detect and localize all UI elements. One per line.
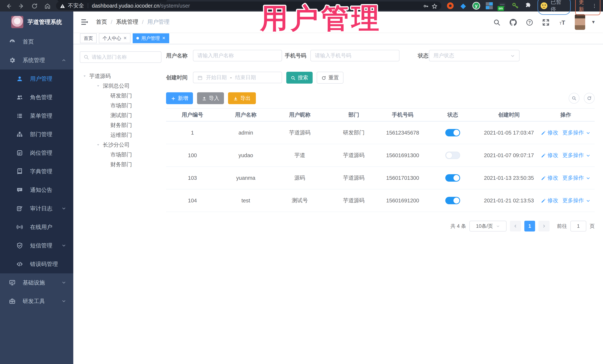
address-bar[interactable]: 不安全 dashboard.yudao.iocoder.cn/system/us…: [56, 1, 441, 10]
extension-grid-icon[interactable]: [485, 2, 493, 10]
tree-node[interactable]: 市场部门: [80, 150, 162, 160]
sidebar-item-menu[interactable]: 菜单管理: [0, 107, 73, 125]
page-url[interactable]: dashboard.yudao.iocoder.cn/system/user: [92, 3, 190, 9]
password-key-icon[interactable]: [423, 2, 429, 9]
font-size-icon[interactable]: TT: [558, 18, 566, 26]
extension-blue-gem-icon[interactable]: ◆: [459, 2, 467, 10]
status-toggle[interactable]: [445, 197, 460, 204]
sidebar-item-dict[interactable]: 字典管理: [0, 162, 73, 181]
help-icon[interactable]: ?: [526, 18, 533, 26]
tree-node[interactable]: 财务部门: [80, 120, 162, 130]
import-button[interactable]: 导入: [197, 92, 224, 104]
browser-update-button[interactable]: 更新 ⋮: [575, 0, 600, 15]
more-actions-link[interactable]: 更多操作: [562, 197, 591, 204]
tree-node[interactable]: 财务部门: [80, 160, 162, 169]
tag-home[interactable]: 首页: [80, 33, 97, 43]
next-page-button[interactable]: [538, 221, 550, 232]
tree-node[interactable]: 研发部门: [80, 91, 162, 101]
prev-page-button[interactable]: [510, 221, 521, 232]
bookmark-star-icon[interactable]: [431, 2, 438, 9]
sidebar-item-system[interactable]: 系统管理: [0, 51, 73, 69]
date-start-placeholder[interactable]: 开始日期: [206, 74, 227, 81]
more-actions-link[interactable]: 更多操作: [562, 129, 591, 136]
tree-caret-icon[interactable]: [96, 84, 100, 88]
extension-green-circle-icon[interactable]: y: [472, 2, 480, 10]
extension-tampermonkey-icon[interactable]: on: [498, 2, 506, 10]
edit-link[interactable]: 修改: [541, 152, 558, 159]
mobile-field[interactable]: [310, 50, 399, 61]
security-label[interactable]: 不安全: [68, 2, 84, 10]
tree-node[interactable]: 测试部门: [80, 110, 162, 120]
tree-caret-icon[interactable]: [82, 74, 87, 78]
goto-page-input[interactable]: [570, 221, 586, 232]
tree-node[interactable]: 深圳总公司: [80, 81, 162, 91]
user-avatar[interactable]: [575, 14, 585, 30]
sidebar-item-errcode[interactable]: 错误码管理: [0, 255, 73, 273]
sidebar-item-dept[interactable]: 部门管理: [0, 125, 73, 144]
extensions-puzzle-icon[interactable]: [524, 2, 532, 10]
sidebar-item-user[interactable]: 用户管理: [0, 69, 73, 88]
export-button[interactable]: 导出: [228, 92, 256, 104]
search-button[interactable]: 搜索: [286, 72, 313, 84]
fullscreen-icon[interactable]: [542, 18, 550, 26]
browser-menu-dots-icon[interactable]: ⋮: [592, 3, 597, 9]
current-page-button[interactable]: 1: [524, 221, 535, 232]
user-table: 用户编号用户名称用户昵称部门手机号码状态创建时间操作 1admin芋道源码研发部…: [166, 108, 595, 212]
tree-node[interactable]: 市场部门: [80, 101, 162, 110]
tree-caret-icon[interactable]: [96, 143, 100, 147]
page-size-select[interactable]: 10条/页: [469, 221, 507, 232]
add-button[interactable]: 新增: [166, 92, 193, 104]
avatar-caret-icon[interactable]: ▼: [591, 20, 596, 25]
status-toggle[interactable]: [445, 174, 460, 182]
home-icon[interactable]: [44, 2, 51, 10]
github-icon[interactable]: [510, 18, 517, 26]
extension-green-key-icon[interactable]: [511, 2, 519, 10]
extension-orange-ring-icon[interactable]: [446, 2, 454, 10]
status-toggle[interactable]: [445, 129, 460, 136]
sidebar-item-sms[interactable]: 短信管理: [0, 236, 73, 255]
more-actions-link[interactable]: 更多操作: [562, 152, 591, 159]
username-input[interactable]: [197, 53, 278, 59]
reload-icon[interactable]: [31, 2, 38, 10]
tag-user-management[interactable]: 用户管理✕: [133, 33, 169, 43]
forward-icon[interactable]: [18, 2, 25, 10]
sidebar-item-devtools[interactable]: 研发工具: [0, 292, 73, 310]
username-field[interactable]: [193, 50, 282, 61]
browser-profile-button[interactable]: 已暂停: [537, 0, 571, 15]
back-icon[interactable]: [5, 2, 12, 10]
reset-button[interactable]: 重置: [317, 72, 343, 84]
header-search-icon[interactable]: [493, 18, 500, 26]
edit-link[interactable]: 修改: [541, 129, 558, 136]
status-select[interactable]: 用户状态: [429, 50, 520, 61]
sidebar-item-online[interactable]: 在线用户: [0, 218, 73, 236]
tree-node[interactable]: 长沙分公司: [80, 140, 162, 150]
sidebar-item-notice[interactable]: 通知公告: [0, 181, 73, 199]
edit-link[interactable]: 修改: [541, 174, 558, 182]
sidebar-item-audit[interactable]: 审计日志: [0, 199, 73, 218]
dept-search-input[interactable]: [92, 54, 158, 60]
edit-link[interactable]: 修改: [541, 197, 558, 204]
breadcrumb-system[interactable]: 系统管理: [116, 18, 138, 26]
close-icon[interactable]: ✕: [123, 36, 127, 41]
sidebar-item-home[interactable]: 首页: [0, 33, 73, 51]
tag-profile[interactable]: 个人中心✕: [99, 33, 130, 43]
refresh-table-button[interactable]: [584, 93, 595, 104]
app-logo[interactable]: 芋道管理系统: [0, 11, 73, 33]
toggle-search-button[interactable]: [569, 93, 580, 104]
date-end-placeholder[interactable]: 结束日期: [235, 74, 256, 81]
chevron-down-icon: [496, 223, 500, 229]
date-range-picker[interactable]: 开始日期 - 结束日期: [193, 72, 282, 83]
tree-node[interactable]: 运维部门: [80, 130, 162, 140]
announcement-icon: [16, 187, 23, 193]
more-actions-link[interactable]: 更多操作: [562, 174, 591, 182]
tree-node[interactable]: 芋道源码: [80, 71, 162, 81]
sidebar-item-role[interactable]: 角色管理: [0, 88, 73, 107]
status-toggle[interactable]: [445, 152, 460, 159]
close-icon[interactable]: ✕: [162, 36, 165, 41]
breadcrumb-home[interactable]: 首页: [96, 18, 107, 26]
sidebar-item-infra[interactable]: 基础设施: [0, 273, 73, 292]
hamburger-icon[interactable]: [81, 18, 89, 26]
dept-search-box[interactable]: [80, 51, 162, 63]
mobile-input[interactable]: [315, 53, 395, 59]
sidebar-item-post[interactable]: 岗位管理: [0, 144, 73, 162]
